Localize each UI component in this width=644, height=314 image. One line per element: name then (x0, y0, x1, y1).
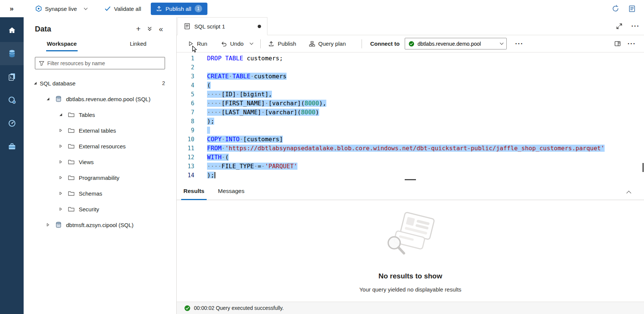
collapse-results-button[interactable] (623, 187, 634, 200)
chevron-up-icon (626, 191, 631, 196)
panel-title: Data (35, 25, 133, 33)
code-line[interactable]: 7····[LAST_NAME]·[varchar](8000) (177, 108, 644, 117)
data-icon (8, 49, 17, 58)
code-line[interactable]: 10COPY·INTO·[customers] (177, 135, 644, 144)
tree-item-dbtmsft-azsyn-cipool-sql[interactable]: dbtmsft.azsyn.cipool (SQL) (24, 217, 176, 233)
tree-item-security[interactable]: Security (24, 201, 176, 217)
undo-dropdown-button[interactable] (249, 41, 254, 46)
synapse-live-selector[interactable]: Synapse live (32, 3, 91, 14)
rail-item-home[interactable] (0, 19, 24, 42)
tab-workspace[interactable]: Workspace (24, 38, 100, 51)
actions-button[interactable] (144, 23, 155, 34)
code-editor[interactable]: 1DROP TABLE customers;23CREATE·TABLE·cus… (177, 52, 644, 178)
collapse-panel-button[interactable]: « (155, 23, 167, 34)
code-line[interactable]: 1DROP TABLE customers; (177, 54, 644, 63)
selection-highlight: ····[ID]·[bigint], (207, 91, 272, 98)
code-line[interactable]: 4( (177, 81, 644, 90)
publish-all-button[interactable]: Publish all 1 (151, 3, 207, 15)
code-line[interactable]: 8); (177, 117, 644, 126)
text-cursor (215, 172, 215, 178)
empty-state-subtitle: Your query yielded no displayable result… (359, 286, 461, 293)
home-icon (8, 26, 17, 35)
panel-resize-handle[interactable] (177, 178, 644, 181)
tree-collapsed-icon[interactable] (46, 223, 53, 227)
rail-item-data[interactable] (0, 42, 24, 65)
selection-highlight (207, 127, 210, 134)
line-content: ); (194, 117, 214, 126)
code-line[interactable]: 2 (177, 63, 644, 72)
tree-item-external-tables[interactable]: External tables (24, 123, 176, 138)
chevron-down-icon (500, 41, 504, 45)
expand-menu-button[interactable]: » (0, 4, 23, 13)
rail-item-develop[interactable] (0, 65, 24, 88)
connect-to-pool-dropdown[interactable]: dbtlabs.revenue.demo.pool (405, 38, 507, 49)
code-line[interactable]: 9 (177, 126, 644, 135)
vertical-scrollbar-thumb[interactable] (642, 163, 644, 172)
tab-more-actions-button[interactable]: ··· (627, 17, 644, 35)
play-icon (188, 41, 194, 46)
editor-more-actions-button[interactable]: ··· (626, 38, 637, 49)
selection-highlight: COPY·INTO·[customers] (207, 136, 283, 143)
expand-editor-button[interactable] (612, 17, 627, 35)
tree-collapsed-icon[interactable] (59, 207, 65, 211)
publish-button[interactable]: Publish (267, 38, 297, 49)
tab-results[interactable]: Results (181, 184, 207, 200)
rail-item-integrate[interactable] (0, 88, 24, 112)
tab-messages[interactable]: Messages (216, 184, 247, 200)
line-content: FROM·'https://dbtlabsynapsedatalake.blob… (194, 144, 605, 153)
tree-collapsed-icon[interactable] (59, 176, 65, 179)
query-plan-button[interactable]: Query plan (308, 38, 347, 49)
code-line[interactable]: 13····FILE_TYPE·=·'PARQUET' (177, 162, 644, 171)
code-line[interactable]: 6····[FIRST_NAME]·[varchar](8000), (177, 99, 644, 108)
line-number: 5 (177, 90, 194, 99)
tree-expanded-icon[interactable] (59, 113, 65, 117)
tree-collapsed-icon[interactable] (59, 191, 65, 195)
view-output-button[interactable] (626, 3, 638, 15)
refresh-button[interactable] (609, 3, 621, 15)
more-icon: ··· (627, 40, 636, 47)
connect-to-label: Connect to (370, 40, 399, 47)
line-content: ); (194, 171, 215, 178)
line-number: 14 (177, 171, 194, 178)
rail-item-monitor[interactable] (0, 112, 24, 135)
selection-highlight: WITH·( (207, 154, 229, 161)
tree-expanded-icon[interactable] (33, 81, 40, 85)
tree-collapsed-icon[interactable] (59, 129, 65, 132)
properties-button[interactable] (613, 38, 622, 49)
tree-item-dbtlabs-revenue-demo-pool-sql[interactable]: dbtlabs.revenue.demo.pool (SQL) (24, 91, 176, 107)
document-tab-title: SQL script 1 (194, 23, 254, 30)
tab-sql-script-1[interactable]: SQL script 1 (177, 17, 267, 35)
more-icon: ··· (515, 40, 523, 47)
code-line[interactable]: 14); (177, 171, 644, 178)
results-panel: Results Messages (177, 181, 644, 314)
tree-item-schemas[interactable]: Schemas (24, 185, 176, 201)
unsaved-changes-dot (258, 25, 261, 28)
add-resource-button[interactable]: + (133, 23, 144, 34)
tree-item-programmability[interactable]: Programmability (24, 170, 176, 185)
tree-item-views[interactable]: Views (24, 154, 176, 170)
filter-resources-input[interactable] (47, 60, 161, 66)
rail-item-manage[interactable] (0, 135, 24, 158)
tree-collapsed-icon[interactable] (59, 160, 65, 164)
double-chevron-down-icon (147, 26, 152, 31)
tab-linked[interactable]: Linked (100, 38, 177, 51)
code-line[interactable]: 3CREATE·TABLE·customers (177, 72, 644, 81)
code-line[interactable]: 12WITH·( (177, 153, 644, 162)
develop-icon (8, 72, 17, 81)
tree-item-sql-database[interactable]: SQL database2 (24, 75, 176, 91)
code-line[interactable]: 5····[ID]·[bigint], (177, 90, 644, 99)
code-line[interactable]: 11FROM·'https://dbtlabsynapsedatalake.bl… (177, 144, 644, 153)
undo-button[interactable]: Undo (219, 38, 245, 49)
tree-expanded-icon[interactable] (46, 97, 53, 101)
validate-all-button[interactable]: Validate all (101, 3, 145, 14)
chevron-down-icon (250, 41, 254, 45)
toolbar-more-button[interactable]: ··· (513, 38, 525, 49)
tree-item-label: External resources (79, 143, 165, 150)
tree-collapsed-icon[interactable] (59, 144, 65, 148)
tree-item-external-resources[interactable]: External resources (24, 138, 176, 154)
filter-box (35, 57, 165, 69)
manage-icon (8, 142, 17, 151)
line-content: ( (194, 81, 211, 90)
tree-item-tables[interactable]: Tables (24, 107, 176, 123)
run-button[interactable]: Run (186, 38, 209, 49)
